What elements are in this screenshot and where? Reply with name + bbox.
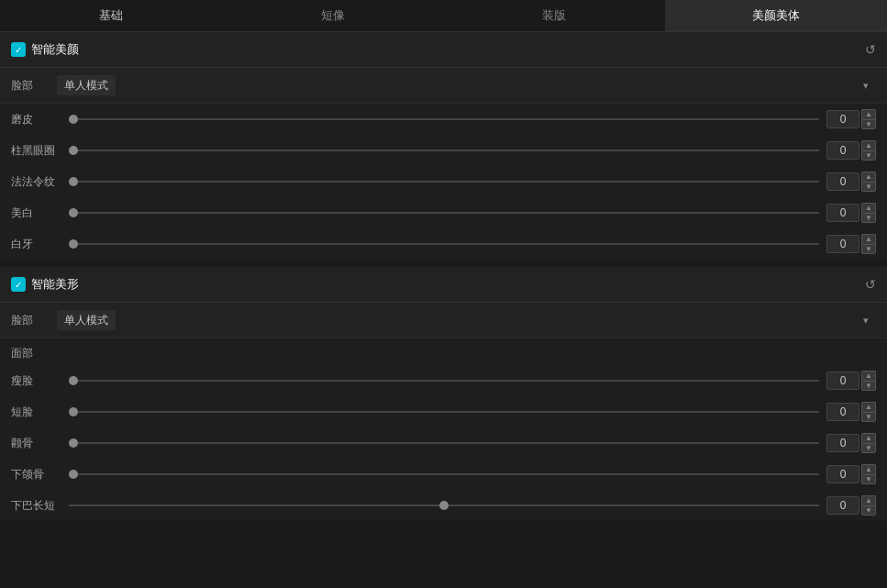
spinner-xiabagu: ▲ ▼ [861,464,876,484]
check-icon-body: ✓ [15,280,22,290]
slider-track-baiya[interactable] [69,235,819,253]
beauty-face-mode-wrapper: 单人模式 [57,75,876,95]
slider-input-xiabagu[interactable] [69,473,819,475]
spinner-zhuhei: ▲ ▼ [861,140,876,161]
spinner-up-xiabachang[interactable]: ▲ [861,495,876,505]
beauty-face-title: 智能美颜 [31,41,79,58]
spinner-duanlian: ▲ ▼ [861,402,876,422]
slider-label-zhuhei: 柱黑眼圈 [11,143,61,159]
slider-input-meibai[interactable] [69,212,819,214]
beauty-body-reset-icon[interactable]: ↺ [865,277,876,292]
slider-value-shoulian[interactable] [826,372,859,390]
slider-track-shoulian[interactable] [69,372,819,390]
slider-value-egu[interactable] [826,434,859,452]
slider-value-duanlian[interactable] [826,403,859,421]
tab-layout[interactable]: 装版 [444,0,666,31]
app-container: 基础 短像 装版 美颜美体 ✓ 智能美颜 ↺ 脸部 单人模式 [0,0,887,521]
spinner-down-baiya[interactable]: ▼ [861,244,876,254]
beauty-body-mode-select[interactable]: 单人模式 [57,310,116,330]
spinner-xiabachang: ▲ ▼ [861,495,876,516]
slider-row-xiabagu: 下颌骨 ▲ ▼ [0,459,887,490]
beauty-body-title: 智能美形 [31,276,79,293]
spinner-up-baiya[interactable]: ▲ [861,234,876,244]
slider-row-falingji: 法法令纹 ▲ ▼ [0,166,887,197]
slider-value-wrapper-shoulian: ▲ ▼ [826,371,876,391]
spinner-up-meibai[interactable]: ▲ [861,203,876,213]
slider-value-wrapper-duanlian: ▲ ▼ [826,402,876,422]
spinner-mopi: ▲ ▼ [861,109,876,129]
slider-track-zhuhei[interactable] [69,141,819,160]
spinner-up-falingji[interactable]: ▲ [861,172,876,182]
slider-track-egu[interactable] [69,434,819,452]
beauty-face-mode-select[interactable]: 单人模式 [57,75,116,95]
slider-track-xiabagu[interactable] [69,465,819,483]
slider-row-mopi: 磨皮 ▲ ▼ [0,104,887,135]
spinner-down-meibai[interactable]: ▼ [861,213,876,223]
slider-input-duanlian[interactable] [69,411,819,413]
tab-bar: 基础 短像 装版 美颜美体 [0,0,887,32]
slider-value-wrapper-baiya: ▲ ▼ [826,234,876,254]
spinner-down-mopi[interactable]: ▼ [861,119,876,129]
slider-label-falingji: 法法令纹 [11,174,61,190]
slider-value-meibai[interactable] [826,204,859,222]
slider-label-xiabachang: 下巴长短 [11,498,61,514]
spinner-down-zhuhei[interactable]: ▼ [861,150,876,161]
slider-track-meibai[interactable] [69,204,819,222]
spinner-up-zhuhei[interactable]: ▲ [861,140,876,150]
beauty-body-header: ✓ 智能美形 ↺ [0,267,887,303]
tab-basic[interactable]: 基础 [0,0,222,31]
slider-input-falingji[interactable] [69,181,819,183]
slider-value-xiabachang[interactable] [826,496,859,515]
slider-label-egu: 颧骨 [11,436,61,451]
slider-input-mopi[interactable] [69,118,819,120]
spinner-shoulian: ▲ ▼ [861,371,876,391]
beauty-body-header-left: ✓ 智能美形 [11,276,79,293]
beauty-face-header: ✓ 智能美颜 ↺ [0,32,887,68]
spinner-up-xiabagu[interactable]: ▲ [861,464,876,474]
slider-value-xiabagu[interactable] [826,465,859,483]
slider-label-meibai: 美白 [11,205,61,221]
tab-beauty[interactable]: 美颜美体 [665,0,887,31]
spinner-up-duanlian[interactable]: ▲ [861,402,876,412]
beauty-face-reset-icon[interactable]: ↺ [865,42,876,57]
slider-value-wrapper-zhuhei: ▲ ▼ [826,140,876,161]
spinner-down-xiabachang[interactable]: ▼ [861,505,876,516]
spinner-up-mopi[interactable]: ▲ [861,109,876,119]
spinner-down-duanlian[interactable]: ▼ [861,412,876,422]
slider-row-meibai: 美白 ▲ ▼ [0,197,887,228]
slider-input-baiya[interactable] [69,243,819,245]
beauty-face-section: ✓ 智能美颜 ↺ 脸部 单人模式 磨皮 ▲ [0,32,887,260]
slider-input-egu[interactable] [69,442,819,444]
slider-track-duanlian[interactable] [69,403,819,421]
slider-value-wrapper-meibai: ▲ ▼ [826,203,876,223]
slider-row-baiya: 白牙 ▲ ▼ [0,228,887,260]
spinner-down-falingji[interactable]: ▼ [861,182,876,192]
slider-value-falingji[interactable] [826,172,859,191]
beauty-body-mode-wrapper: 单人模式 [57,310,876,330]
slider-value-wrapper-xiabagu: ▲ ▼ [826,464,876,484]
tab-portrait[interactable]: 短像 [222,0,444,31]
slider-track-mopi[interactable] [69,110,819,128]
spinner-falingji: ▲ ▼ [861,172,876,192]
beauty-face-header-left: ✓ 智能美颜 [11,41,79,58]
spinner-down-shoulian[interactable]: ▼ [861,381,876,391]
beauty-body-checkbox[interactable]: ✓ [11,277,26,292]
beauty-body-section: ✓ 智能美形 ↺ 脸部 单人模式 面部 瘦脸 [0,267,887,521]
slider-track-xiabachang[interactable] [69,496,819,515]
slider-input-xiabachang[interactable] [69,505,819,506]
beauty-face-face-row: 脸部 单人模式 [0,68,887,104]
slider-value-zhuhei[interactable] [826,141,859,160]
slider-input-zhuhei[interactable] [69,150,819,151]
slider-label-mopi: 磨皮 [11,112,61,128]
slider-value-baiya[interactable] [826,235,859,253]
slider-track-falingji[interactable] [69,172,819,191]
slider-value-mopi[interactable] [826,110,859,128]
slider-input-shoulian[interactable] [69,380,819,382]
spinner-up-egu[interactable]: ▲ [861,433,876,443]
slider-value-wrapper-xiabachang: ▲ ▼ [826,495,876,516]
spinner-down-egu[interactable]: ▼ [861,443,876,453]
spinner-up-shoulian[interactable]: ▲ [861,371,876,381]
spinner-down-xiabagu[interactable]: ▼ [861,474,876,484]
beauty-face-checkbox[interactable]: ✓ [11,42,26,57]
slider-row-shoulian: 瘦脸 ▲ ▼ [0,365,887,396]
